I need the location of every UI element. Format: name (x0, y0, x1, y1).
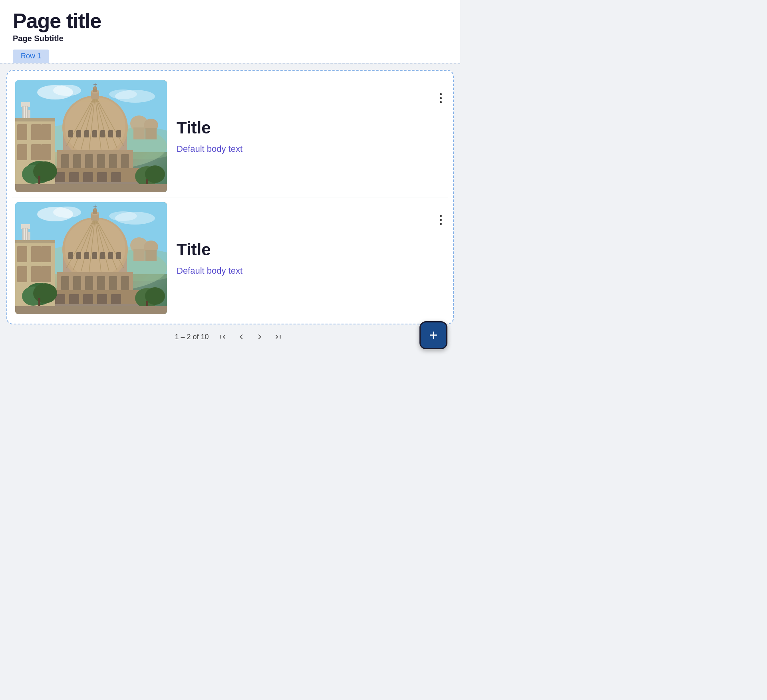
svg-point-59 (33, 161, 57, 181)
row-label-bar: Row 1 (13, 50, 447, 63)
svg-rect-55 (41, 144, 51, 160)
item-image-container (15, 202, 167, 314)
svg-rect-100 (76, 252, 81, 259)
three-dots-icon (440, 87, 442, 103)
svg-rect-53 (17, 144, 27, 160)
svg-point-145 (109, 211, 137, 221)
main-content: Title Default body text (0, 64, 460, 381)
item-content: Title Default body text (167, 202, 437, 314)
svg-rect-137 (15, 306, 167, 314)
add-icon: + (429, 328, 437, 342)
item-body-text: Default body text (177, 144, 427, 154)
svg-rect-123 (17, 246, 27, 262)
three-dots-icon (440, 209, 442, 225)
first-page-icon (219, 332, 227, 341)
svg-rect-50 (17, 124, 27, 140)
list-item: Title Default body text (12, 76, 448, 197)
pagination-bar: 1 – 2 of 10 (13, 331, 447, 343)
svg-rect-108 (73, 276, 81, 290)
svg-rect-56 (15, 118, 55, 121)
item-content: Title Default body text (167, 80, 437, 192)
svg-point-70 (53, 85, 81, 96)
last-page-icon (274, 332, 282, 341)
item-image (15, 80, 167, 192)
svg-rect-129 (15, 240, 55, 243)
svg-rect-27 (76, 130, 81, 137)
svg-rect-38 (109, 154, 117, 168)
svg-rect-103 (100, 252, 105, 259)
next-page-icon (255, 332, 264, 341)
svg-rect-64 (15, 184, 167, 192)
svg-rect-124 (31, 246, 41, 262)
last-page-button[interactable] (270, 331, 286, 343)
svg-rect-32 (116, 130, 121, 137)
svg-rect-66 (133, 127, 145, 139)
first-page-button[interactable] (215, 331, 230, 343)
svg-rect-101 (84, 252, 89, 259)
svg-rect-51 (31, 124, 41, 140)
item-body-text: Default body text (177, 266, 427, 276)
pagination-text: 1 – 2 of 10 (175, 333, 209, 341)
add-button[interactable]: + (419, 321, 447, 349)
list-container: Title Default body text (6, 70, 454, 324)
page-title: Page title (13, 10, 447, 32)
svg-rect-34 (61, 154, 69, 168)
svg-rect-139 (133, 249, 145, 261)
page-header: Page title Page Subtitle Row 1 (0, 0, 460, 63)
svg-rect-109 (85, 276, 93, 290)
svg-rect-125 (41, 246, 51, 262)
item-image-container (15, 80, 167, 192)
svg-rect-110 (97, 276, 105, 290)
svg-rect-29 (92, 130, 97, 137)
svg-rect-128 (41, 266, 51, 282)
svg-rect-104 (108, 252, 113, 259)
prev-page-button[interactable] (234, 331, 249, 343)
page-subtitle: Page Subtitle (13, 34, 447, 43)
svg-rect-31 (108, 130, 113, 137)
item-title: Title (177, 240, 427, 259)
svg-rect-30 (100, 130, 105, 137)
row-label: Row 1 (13, 50, 49, 63)
svg-point-72 (109, 89, 137, 99)
svg-rect-68 (145, 128, 157, 139)
svg-rect-126 (17, 266, 27, 282)
item-image (15, 202, 167, 314)
svg-rect-35 (73, 154, 81, 168)
item-title: Title (177, 118, 427, 137)
item-menu-button[interactable] (437, 80, 445, 192)
svg-rect-54 (31, 144, 41, 160)
next-page-button[interactable] (252, 331, 267, 343)
svg-rect-26 (68, 130, 73, 137)
item-menu-button[interactable] (437, 202, 445, 314)
svg-rect-37 (97, 154, 105, 168)
svg-point-132 (33, 283, 57, 303)
bottom-area: 1 – 2 of 10 (6, 324, 454, 349)
svg-rect-28 (84, 130, 89, 137)
svg-rect-36 (85, 154, 93, 168)
svg-rect-141 (145, 250, 157, 261)
svg-rect-99 (68, 252, 73, 259)
svg-rect-112 (121, 276, 129, 290)
svg-rect-105 (116, 252, 121, 259)
list-item: Title Default body text (12, 197, 448, 319)
svg-rect-52 (41, 124, 51, 140)
svg-point-143 (53, 207, 81, 218)
svg-rect-102 (92, 252, 97, 259)
svg-rect-107 (61, 276, 69, 290)
svg-rect-39 (121, 154, 129, 168)
svg-rect-127 (31, 266, 41, 282)
prev-page-icon (237, 332, 246, 341)
svg-rect-111 (109, 276, 117, 290)
